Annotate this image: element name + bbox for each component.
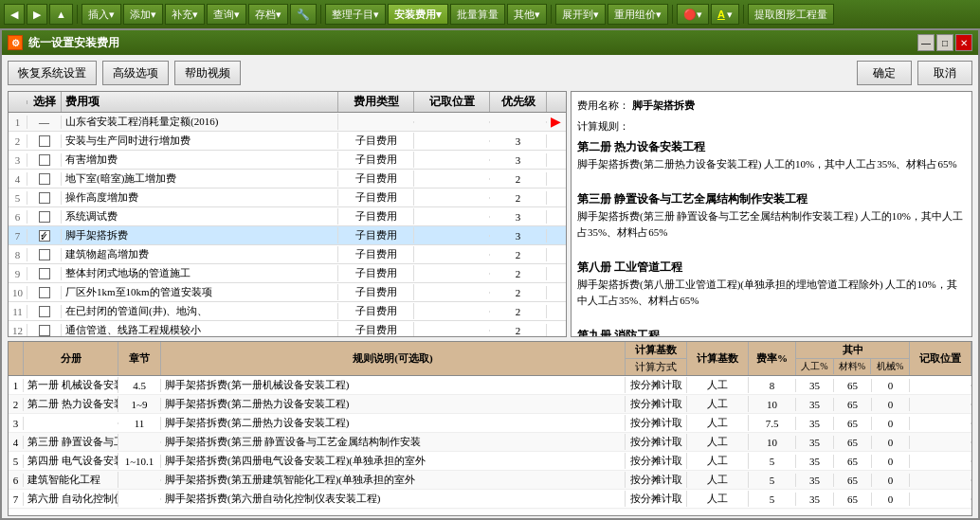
btd-guize: 脚手架搭拆费(第二册热力设备安装工程) xyxy=(161,396,626,412)
checkbox-checked[interactable]: ✓ xyxy=(39,230,50,242)
row-arrow xyxy=(547,311,566,313)
checkbox[interactable] xyxy=(39,211,50,223)
toolbar-btn-query[interactable]: 查询▾ xyxy=(207,4,246,25)
row-check-cell[interactable] xyxy=(27,305,62,318)
toolbar-btn-organize[interactable]: 整理子目▾ xyxy=(325,4,386,25)
bottom-table-row: 1 第一册 机械设备安装工程 4.5 脚手架搭拆费(第一册机械设备安装工程) 按… xyxy=(9,376,971,395)
bth-jixie: 机械% xyxy=(871,359,909,374)
left-table-body[interactable]: 1 — 山东省安装工程消耗量定额(2016) ▶ 2 安装与生产同时进行增加费 … xyxy=(9,113,566,336)
btd-jizhu xyxy=(910,422,971,424)
row-check-cell[interactable] xyxy=(27,286,62,299)
toolbar-btn-insert[interactable]: 插入▾ xyxy=(82,4,121,25)
checkbox[interactable] xyxy=(39,173,50,185)
row-num: 12 xyxy=(9,324,27,337)
checkbox[interactable] xyxy=(39,268,50,279)
toolbar-btn-nav-up[interactable]: ▲ xyxy=(49,4,73,25)
row-priority: 2 xyxy=(490,305,547,318)
dialog-maximize-button[interactable]: □ xyxy=(936,34,953,51)
btd-jizhu xyxy=(910,498,971,500)
btd-guize: 脚手架搭拆费(第一册机械设备安装工程) xyxy=(161,377,626,393)
row-fee-name: 地下室(暗室)施工增加费 xyxy=(62,170,338,187)
cancel-button[interactable]: 取消 xyxy=(917,61,972,85)
btd-feerate: 5 xyxy=(749,474,796,487)
row-check-cell[interactable]: ✓ xyxy=(27,229,62,242)
btd-num: 1 xyxy=(9,379,24,392)
row-fee-name: 系统调试费 xyxy=(62,208,338,224)
dialog-close-button[interactable]: ✕ xyxy=(955,34,972,51)
row-check-cell[interactable] xyxy=(27,134,62,148)
row-fee-type: 子目费用 xyxy=(338,189,414,206)
row-check-cell[interactable] xyxy=(27,324,62,337)
row-pos xyxy=(414,216,490,218)
toolbar-btn-nav-back[interactable]: ◀ xyxy=(4,4,25,25)
fee-name-line: 费用名称： 脚手架搭拆费 xyxy=(577,98,966,115)
dialog-minimize-button[interactable]: — xyxy=(917,34,935,51)
table-row: 5 操作高度增加费 子目费用 2 xyxy=(9,188,566,207)
bth-jisubase: 计算基数 xyxy=(687,342,749,375)
bth-jisufangshi-wrap: 计算基数 计算方式 xyxy=(626,342,687,375)
toolbar-btn-add[interactable]: 添加▾ xyxy=(123,4,163,25)
checkbox[interactable] xyxy=(39,287,50,298)
btd-guize: 脚手架搭拆费(第六册自动化控制仪表安装工程) xyxy=(161,491,626,507)
toolbar-btn-install-fee[interactable]: 安装费用▾ xyxy=(388,4,448,25)
bottom-table-body[interactable]: 1 第一册 机械设备安装工程 4.5 脚手架搭拆费(第一册机械设备安装工程) 按… xyxy=(9,376,971,510)
btd-num: 7 xyxy=(9,493,24,506)
row-check-cell[interactable] xyxy=(27,267,62,280)
row-check-cell[interactable] xyxy=(27,191,62,205)
toolbar-btn-expand[interactable]: 展开到▾ xyxy=(555,4,606,25)
checkbox[interactable] xyxy=(39,306,50,317)
btd-cailiao: 65 xyxy=(834,474,872,487)
row-pos xyxy=(414,273,490,275)
row-fee-name: 厂区外1km至10km的管道安装项 xyxy=(62,284,338,300)
bottom-table-row: 7 第六册 自动化控制仪表安装 脚手架搭拆费(第六册自动化控制仪表安装工程) 按… xyxy=(9,490,971,509)
table-row-selected[interactable]: 7 ✓ 脚手架搭拆费 子目费用 3 xyxy=(9,226,566,245)
toolbar-btn-nav-forward[interactable]: ▶ xyxy=(27,4,47,25)
toolbar-btn-other[interactable]: 其他▾ xyxy=(507,4,547,25)
btd-cailiao: 65 xyxy=(834,436,872,449)
btd-rengong: 35 xyxy=(796,398,834,411)
toolbar-btn-color[interactable]: 🔴▾ xyxy=(677,4,709,25)
row-arrow xyxy=(547,159,566,161)
section-content-3: 脚手架搭拆费(第三册 静置设备与工艺全属结构制作安装工程) 人工的10%，其中人… xyxy=(577,208,966,242)
btd-jixie: 0 xyxy=(872,417,910,430)
ok-button[interactable]: 确定 xyxy=(857,61,912,85)
btd-fenmei: 第一册 机械设备安装工程 xyxy=(24,377,118,393)
row-fee-name: 有害增加费 xyxy=(62,152,338,168)
btd-jisufangshi: 按分摊计取 xyxy=(626,415,687,431)
row-check-cell[interactable] xyxy=(27,172,62,186)
toolbar-btn-font[interactable]: A▾ xyxy=(711,4,739,25)
help-video-button[interactable]: 帮助视频 xyxy=(174,61,241,85)
btd-jizhu xyxy=(910,403,971,405)
toolbar-btn-reuse[interactable]: 重用组价▾ xyxy=(608,4,668,25)
toolbar-btn-archive[interactable]: 存档▾ xyxy=(248,4,288,25)
restore-button[interactable]: 恢复系统设置 xyxy=(8,61,97,85)
bth-feerate: 费率% xyxy=(749,342,796,375)
th-priority: 优先级 xyxy=(490,92,547,112)
row-pos xyxy=(414,311,490,313)
btd-jisufangshi: 按分摊计取 xyxy=(626,491,687,507)
row-check-cell[interactable] xyxy=(27,153,62,167)
toolbar-btn-extract[interactable]: 提取图形工程量 xyxy=(748,4,834,25)
toolbar-btn-tool[interactable]: 🔧 xyxy=(290,4,317,25)
advanced-button[interactable]: 高级选项 xyxy=(102,61,169,85)
row-arrow xyxy=(547,140,566,142)
row-pos xyxy=(414,140,490,142)
row-fee-type: 子目费用 xyxy=(338,265,414,281)
row-check-cell[interactable] xyxy=(27,210,62,224)
btd-jisufangshi: 按分摊计取 xyxy=(626,434,687,450)
checkbox[interactable] xyxy=(39,249,50,260)
row-arrow xyxy=(547,330,566,332)
table-row: 11 在已封闭的管道间(井)、地沟、 子目费用 2 xyxy=(9,302,566,321)
checkbox[interactable] xyxy=(39,192,50,204)
checkbox[interactable] xyxy=(39,135,50,147)
btd-zhangjie xyxy=(118,479,161,481)
btd-rengong: 35 xyxy=(796,417,834,430)
row-num: 1 xyxy=(9,116,27,129)
section-title-3: 第三册 静置设备与工艺全属结构制作安装工程 xyxy=(577,190,966,208)
toolbar-btn-supplement[interactable]: 补充▾ xyxy=(165,4,205,25)
row-priority: 3 xyxy=(490,210,547,224)
row-check-cell[interactable] xyxy=(27,248,62,261)
checkbox[interactable] xyxy=(39,325,50,336)
checkbox[interactable] xyxy=(39,154,50,166)
toolbar-btn-batch-calc[interactable]: 批量算量 xyxy=(450,4,505,25)
